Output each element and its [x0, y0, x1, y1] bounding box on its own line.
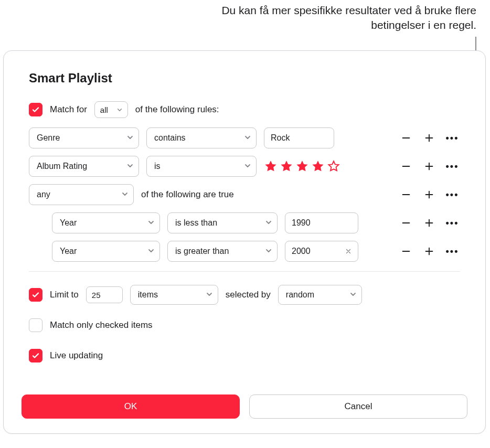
section-divider	[29, 271, 460, 272]
rule-field-value: Year	[60, 247, 77, 256]
add-rule-button[interactable]	[421, 243, 437, 259]
nested-rule-row: Year is less than 1990 •••	[29, 212, 460, 233]
nested-rule-row: Year is greater than 2000 •••	[29, 241, 460, 262]
chevron-down-icon	[265, 247, 272, 256]
remove-rule-button[interactable]	[398, 158, 414, 174]
rule-field-select[interactable]: Album Rating	[29, 156, 139, 177]
star-filled-icon[interactable]	[295, 159, 309, 173]
limit-row: Limit to 25 items selected by random	[29, 284, 460, 305]
chevron-down-icon	[127, 133, 133, 143]
remove-rule-button[interactable]	[398, 187, 414, 202]
live-updating-label: Live updating	[50, 350, 103, 361]
remove-rule-button[interactable]	[398, 130, 414, 146]
rule-value-input[interactable]: Rock	[264, 127, 334, 148]
rule-row: Genre contains Rock •••	[29, 127, 460, 148]
more-options-button[interactable]: •••	[444, 215, 460, 231]
match-checkbox[interactable]	[29, 103, 42, 116]
star-filled-icon[interactable]	[311, 159, 325, 173]
match-checked-row: Match only checked items	[29, 315, 460, 336]
limit-label-before: Limit to	[50, 290, 79, 300]
add-rule-button[interactable]	[421, 158, 437, 174]
match-quantifier-value: all	[100, 105, 108, 114]
more-options-button[interactable]: •••	[444, 130, 460, 146]
rule-condition-select[interactable]: contains	[146, 127, 257, 148]
star-rating-input[interactable]	[264, 159, 340, 173]
chevron-down-icon	[350, 290, 356, 300]
chevron-down-icon	[127, 162, 133, 171]
chevron-down-icon	[117, 105, 122, 114]
chevron-down-icon	[244, 133, 251, 143]
add-rule-button[interactable]	[421, 130, 437, 146]
star-filled-icon[interactable]	[264, 159, 278, 173]
callout-text: Du kan få mer spesifikke resultater ved …	[183, 3, 476, 33]
limit-label-mid: selected by	[226, 290, 271, 300]
rule-condition-select[interactable]: is	[146, 156, 257, 177]
cancel-button[interactable]: Cancel	[249, 394, 467, 419]
star-filled-icon[interactable]	[280, 159, 293, 173]
rule-row: Album Rating is •••	[29, 156, 460, 177]
more-options-button[interactable]: •••	[444, 187, 460, 202]
more-options-button[interactable]: •••	[444, 158, 460, 174]
match-only-checked-label: Match only checked items	[50, 320, 153, 330]
rule-field-value: Genre	[37, 133, 60, 143]
rule-field-select[interactable]: Year	[52, 241, 160, 262]
match-label-after: of the following rules:	[135, 104, 219, 115]
add-rule-button[interactable]	[421, 215, 437, 231]
clear-input-icon[interactable]	[343, 246, 354, 257]
match-only-checked-checkbox[interactable]	[29, 318, 42, 332]
ok-button[interactable]: OK	[22, 394, 240, 419]
rule-value-input[interactable]: 1990	[285, 212, 358, 233]
live-updating-row: Live updating	[29, 345, 460, 366]
rule-value-text: Rock	[271, 133, 290, 143]
rule-value-input[interactable]: 2000	[285, 241, 358, 262]
rule-condition-select[interactable]: is greater than	[167, 241, 278, 262]
chevron-down-icon	[265, 218, 272, 228]
dialog-title: Smart Playlist	[29, 71, 460, 86]
limit-unit-value: items	[138, 290, 158, 300]
dialog-footer: OK Cancel	[22, 379, 467, 433]
rule-field-select[interactable]: Genre	[29, 127, 139, 148]
rule-condition-value: is	[154, 162, 161, 171]
rule-value-text: 2000	[292, 247, 311, 256]
chevron-down-icon	[148, 247, 154, 256]
group-quantifier-select[interactable]: any	[29, 184, 134, 205]
limit-checkbox[interactable]	[29, 288, 42, 302]
chevron-down-icon	[244, 162, 251, 171]
rule-field-select[interactable]: Year	[52, 212, 160, 233]
limit-order-value: random	[286, 290, 314, 300]
group-quantifier-value: any	[37, 190, 50, 199]
more-options-button[interactable]: •••	[444, 243, 460, 259]
limit-order-select[interactable]: random	[278, 285, 362, 305]
rule-value-text: 1990	[292, 218, 311, 228]
limit-count-input[interactable]: 25	[86, 286, 123, 303]
add-rule-button[interactable]	[421, 187, 437, 202]
chevron-down-icon	[122, 190, 128, 199]
match-row: Match for all of the following rules:	[29, 99, 460, 120]
rule-condition-value: is greater than	[175, 247, 229, 256]
chevron-down-icon	[148, 218, 154, 228]
rule-field-value: Year	[60, 218, 77, 228]
chevron-down-icon	[206, 290, 212, 300]
nested-group-row: any of the following are true •••	[29, 184, 460, 205]
star-empty-icon[interactable]	[327, 159, 340, 173]
remove-rule-button[interactable]	[398, 243, 414, 259]
match-label-before: Match for	[50, 104, 87, 115]
limit-count-value: 25	[92, 291, 101, 300]
match-quantifier-select[interactable]: all	[94, 101, 128, 118]
rule-condition-select[interactable]: is less than	[167, 212, 278, 233]
limit-unit-select[interactable]: items	[130, 285, 218, 305]
rule-condition-value: is less than	[175, 218, 217, 228]
group-label-after: of the following are true	[141, 189, 234, 200]
smart-playlist-dialog: Smart Playlist Match for all of the foll…	[3, 50, 486, 434]
rule-field-value: Album Rating	[37, 162, 87, 171]
remove-rule-button[interactable]	[398, 215, 414, 231]
rule-condition-value: contains	[154, 133, 186, 143]
live-updating-checkbox[interactable]	[29, 349, 42, 362]
